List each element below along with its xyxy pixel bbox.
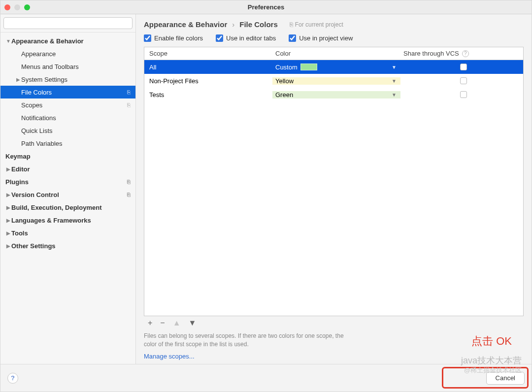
color-cell[interactable]: Green▼	[272, 91, 400, 98]
maximize-window-button[interactable]	[24, 4, 30, 10]
color-cell[interactable]: Yellow▼	[272, 77, 400, 85]
project-scope-icon: ⎘	[127, 89, 131, 95]
chevron-down-icon: ▼	[392, 92, 397, 98]
sidebar-item-label: Path Variables	[21, 140, 131, 147]
cancel-button[interactable]: Cancel	[486, 372, 525, 385]
scope-cell: Tests	[144, 91, 272, 98]
hint-text: Files can belong to several scopes. If t…	[144, 332, 351, 349]
minimize-window-button[interactable]	[14, 4, 20, 10]
sidebar-item-label: Appearance	[21, 50, 131, 58]
col-scope-header: Scope	[144, 50, 272, 57]
traffic-lights	[4, 4, 30, 10]
sidebar-item[interactable]: Quick Lists	[0, 124, 135, 137]
sidebar-item[interactable]: ▶Tools	[0, 227, 135, 239]
color-cell[interactable]: Custom▼	[272, 64, 400, 71]
preferences-window: Preferences ▼Appearance & BehaviorAppear…	[0, 0, 532, 392]
expand-arrow-icon: ▶	[5, 192, 11, 197]
sidebar-item[interactable]: ▶Other Settings	[0, 239, 135, 252]
scope-hint: ⎘ For current project	[290, 21, 343, 28]
table-row[interactable]: TestsGreen▼	[144, 88, 523, 101]
sidebar-item[interactable]: ▶System Settings	[0, 73, 135, 86]
sidebar-item-label: System Settings	[21, 76, 131, 83]
share-checkbox[interactable]	[460, 64, 467, 70]
col-color-header: Color	[272, 50, 400, 57]
project-scope-icon: ⎘	[290, 21, 293, 28]
sidebar-item-label: Scopes	[21, 101, 127, 109]
sidebar-item[interactable]: ▶Build, Execution, Deployment	[0, 201, 135, 214]
project-scope-icon: ⎘	[127, 192, 131, 197]
search-wrap	[0, 14, 135, 33]
help-icon[interactable]: ?	[462, 50, 469, 57]
expand-arrow-icon: ▶	[5, 166, 11, 172]
footer: ? Cancel 点击 OK java技术大本营 @稀土掘金技术社区	[0, 364, 532, 392]
sidebar-item-label: Appearance & Behavior	[11, 37, 131, 45]
sidebar-item-label: Plugins	[5, 178, 127, 186]
chevron-down-icon: ▼	[392, 65, 397, 70]
file-colors-table: Scope Color Share through VCS ? AllCusto…	[144, 47, 524, 316]
sidebar-item-label: Languages & Frameworks	[11, 217, 131, 224]
sidebar-item[interactable]: Menus and Toolbars	[0, 60, 135, 73]
sidebar-item[interactable]: Plugins⎘	[0, 175, 135, 188]
table-body: AllCustom▼Non-Project FilesYellow▼TestsG…	[144, 60, 523, 316]
breadcrumb-current: File Colors	[239, 20, 278, 29]
sidebar-item-label: Build, Execution, Deployment	[11, 204, 131, 211]
move-down-button[interactable]: ▼	[189, 319, 197, 327]
window-title: Preferences	[0, 3, 532, 11]
use-in-editor-tabs-checkbox[interactable]: Use in editor tabs	[216, 34, 276, 42]
share-checkbox[interactable]	[460, 77, 467, 84]
project-scope-icon: ⎘	[127, 102, 131, 108]
settings-tree[interactable]: ▼Appearance & BehaviorAppearanceMenus an…	[0, 33, 135, 364]
close-window-button[interactable]	[4, 4, 10, 10]
sidebar-item[interactable]: Notifications	[0, 111, 135, 124]
breadcrumb: Appearance & Behavior › File Colors ⎘ Fo…	[144, 20, 524, 29]
sidebar-item[interactable]: Keymap	[0, 150, 135, 163]
sidebar-item[interactable]: ▼Appearance & Behavior	[0, 34, 135, 47]
sidebar: ▼Appearance & BehaviorAppearanceMenus an…	[0, 14, 136, 364]
table-header: Scope Color Share through VCS ?	[144, 47, 523, 60]
titlebar: Preferences	[0, 0, 532, 14]
sidebar-item-label: Notifications	[21, 114, 131, 122]
scope-cell: All	[144, 64, 272, 71]
breadcrumb-parent: Appearance & Behavior	[144, 20, 227, 29]
help-button[interactable]: ?	[7, 373, 18, 384]
sidebar-item-label: Version Control	[11, 191, 127, 198]
search-input[interactable]	[3, 17, 133, 29]
sidebar-item[interactable]: ▶Languages & Frameworks	[0, 214, 135, 227]
share-cell	[400, 77, 523, 84]
sidebar-item[interactable]: File Colors⎘	[0, 86, 135, 98]
manage-scopes-link[interactable]: Manage scopes...	[144, 353, 524, 360]
chevron-down-icon: ▼	[392, 78, 397, 84]
remove-button[interactable]: −	[160, 319, 165, 327]
expand-arrow-icon: ▼	[5, 38, 11, 44]
col-share-header: Share through VCS ?	[400, 50, 523, 57]
project-scope-icon: ⎘	[127, 179, 131, 185]
move-up-button[interactable]: ▲	[173, 319, 181, 327]
sidebar-item[interactable]: ▶Editor	[0, 163, 135, 175]
expand-arrow-icon: ▶	[5, 243, 11, 249]
table-row[interactable]: AllCustom▼	[144, 60, 523, 74]
expand-arrow-icon: ▶	[5, 218, 11, 223]
add-button[interactable]: +	[148, 319, 152, 327]
sidebar-item[interactable]: Scopes⎘	[0, 98, 135, 111]
main-panel: Appearance & Behavior › File Colors ⎘ Fo…	[136, 14, 532, 364]
sidebar-item[interactable]: Path Variables	[0, 137, 135, 150]
share-cell	[400, 64, 523, 70]
table-toolbar: + − ▲ ▼	[144, 316, 524, 330]
scope-cell: Non-Project Files	[144, 77, 272, 85]
sidebar-item-label: Quick Lists	[21, 127, 131, 134]
body: ▼Appearance & BehaviorAppearanceMenus an…	[0, 14, 532, 364]
expand-arrow-icon: ▶	[5, 205, 11, 210]
sidebar-item[interactable]: ▶Version Control⎘	[0, 188, 135, 201]
sidebar-item-label: Tools	[11, 229, 131, 237]
table-row[interactable]: Non-Project FilesYellow▼	[144, 74, 523, 88]
checkbox-row: Enable file colors Use in editor tabs Us…	[144, 34, 524, 42]
enable-file-colors-checkbox[interactable]: Enable file colors	[144, 34, 203, 42]
breadcrumb-sep: ›	[232, 20, 234, 29]
use-in-project-view-checkbox[interactable]: Use in project view	[289, 34, 353, 42]
sidebar-item-label: Keymap	[5, 153, 131, 160]
expand-arrow-icon: ▶	[15, 77, 21, 82]
sidebar-item-label: Other Settings	[11, 242, 131, 250]
share-checkbox[interactable]	[460, 91, 467, 98]
share-cell	[400, 91, 523, 98]
sidebar-item[interactable]: Appearance	[0, 47, 135, 60]
